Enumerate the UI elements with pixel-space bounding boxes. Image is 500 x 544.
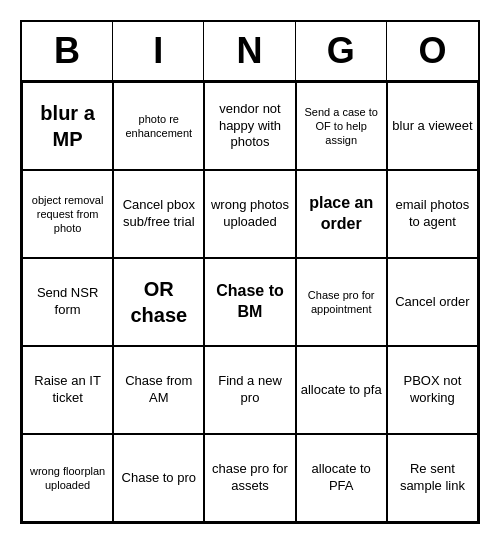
bingo-cell-10[interactable]: Send NSR form bbox=[22, 258, 113, 346]
bingo-cell-4[interactable]: blur a vieweet bbox=[387, 82, 478, 170]
header-n: N bbox=[204, 22, 295, 80]
header-o: O bbox=[387, 22, 478, 80]
bingo-cell-24[interactable]: Re sent sample link bbox=[387, 434, 478, 522]
bingo-header: B I N G O bbox=[22, 22, 478, 82]
bingo-cell-13[interactable]: Chase pro for appointment bbox=[296, 258, 387, 346]
bingo-cell-8[interactable]: place an order bbox=[296, 170, 387, 258]
bingo-cell-23[interactable]: allocate to PFA bbox=[296, 434, 387, 522]
bingo-cell-7[interactable]: wrong photos uploaded bbox=[204, 170, 295, 258]
bingo-cell-12[interactable]: Chase to BM bbox=[204, 258, 295, 346]
bingo-cell-19[interactable]: PBOX not working bbox=[387, 346, 478, 434]
bingo-card: B I N G O blur a MPphoto re enhancementv… bbox=[20, 20, 480, 524]
bingo-cell-3[interactable]: Send a case to OF to help assign bbox=[296, 82, 387, 170]
bingo-cell-0[interactable]: blur a MP bbox=[22, 82, 113, 170]
header-i: I bbox=[113, 22, 204, 80]
bingo-grid: blur a MPphoto re enhancementvendor not … bbox=[22, 82, 478, 522]
bingo-cell-18[interactable]: allocate to pfa bbox=[296, 346, 387, 434]
bingo-cell-17[interactable]: Find a new pro bbox=[204, 346, 295, 434]
header-g: G bbox=[296, 22, 387, 80]
bingo-cell-5[interactable]: object removal request from photo bbox=[22, 170, 113, 258]
bingo-cell-2[interactable]: vendor not happy with photos bbox=[204, 82, 295, 170]
bingo-cell-1[interactable]: photo re enhancement bbox=[113, 82, 204, 170]
header-b: B bbox=[22, 22, 113, 80]
bingo-cell-20[interactable]: wrong floorplan uploaded bbox=[22, 434, 113, 522]
bingo-cell-21[interactable]: Chase to pro bbox=[113, 434, 204, 522]
bingo-cell-11[interactable]: OR chase bbox=[113, 258, 204, 346]
bingo-cell-14[interactable]: Cancel order bbox=[387, 258, 478, 346]
bingo-cell-9[interactable]: email photos to agent bbox=[387, 170, 478, 258]
bingo-cell-6[interactable]: Cancel pbox sub/free trial bbox=[113, 170, 204, 258]
bingo-cell-15[interactable]: Raise an IT ticket bbox=[22, 346, 113, 434]
bingo-cell-22[interactable]: chase pro for assets bbox=[204, 434, 295, 522]
bingo-cell-16[interactable]: Chase from AM bbox=[113, 346, 204, 434]
